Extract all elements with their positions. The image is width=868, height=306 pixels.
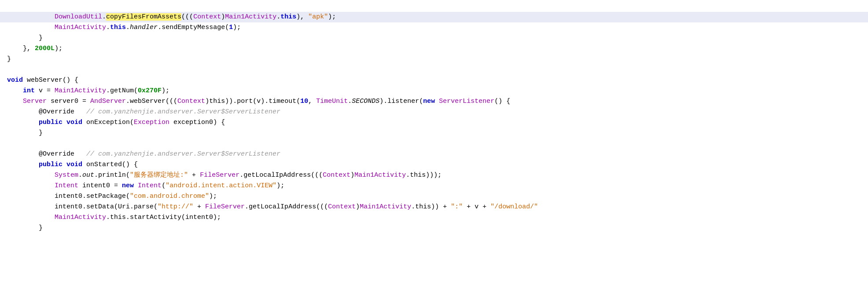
code-line: @Override // com.yanzhenjie.andserver.Se… [0, 107, 868, 117]
code-line [0, 65, 868, 75]
code-line: Server server0 = AndServer.webServer(((C… [0, 96, 868, 107]
code-line: } [0, 223, 868, 233]
code-line: intent0.setData(Uri.parse("http://" + Fi… [0, 202, 868, 212]
code-line: } [0, 33, 868, 44]
code-line: Main1Activity.this.startActivity(intent0… [0, 212, 868, 223]
code-line: }, 2000L); [0, 44, 868, 54]
code-line: public void onStarted() { [0, 160, 868, 170]
code-line: int v = Main1Activity.getNum(0x270F); [0, 86, 868, 96]
code-line: DownloadUtil.copyFilesFromAssets(((Conte… [0, 12, 868, 22]
code-line: intent0.setPackage("com.android.chrome")… [0, 191, 868, 202]
code-line: Intent intent0 = new Intent("android.int… [0, 181, 868, 191]
code-line: public void onException(Exception except… [0, 117, 868, 128]
code-line: @Override // com.yanzhenjie.andserver.Se… [0, 149, 868, 160]
code-editor: DownloadUtil.copyFilesFromAssets(((Conte… [0, 0, 868, 235]
code-line: void webServer() { [0, 75, 868, 86]
code-line: Main1Activity.this.handler.sendEmptyMess… [0, 22, 868, 33]
code-line: } [0, 128, 868, 138]
code-line: System.out.println("服务器绑定地址:" + FileServ… [0, 170, 868, 181]
code-line: } [0, 54, 868, 65]
code-line [0, 138, 868, 149]
